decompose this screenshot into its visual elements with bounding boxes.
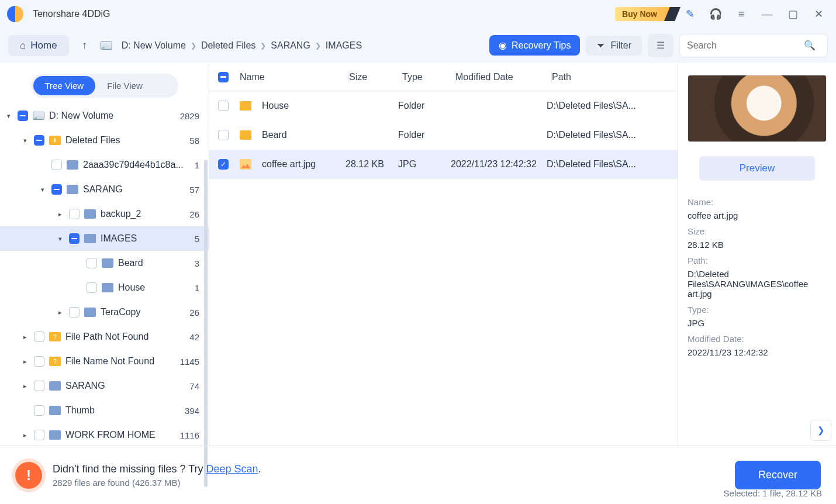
checkbox[interactable] (34, 356, 44, 367)
tree-item[interactable]: ▸File Name Not Found1145 (0, 349, 209, 374)
chevron-icon[interactable]: ▸ (21, 382, 29, 390)
chevron-icon[interactable]: ▸ (21, 358, 29, 365)
tree-item[interactable]: Thumb394 (0, 398, 209, 423)
crumb[interactable]: SARANG (271, 40, 310, 51)
checkbox[interactable] (87, 282, 97, 293)
tree-label: Deleted Files (65, 135, 120, 146)
chevron-icon[interactable]: ▸ (56, 210, 64, 218)
tree-item[interactable]: ▾D: New Volume2829 (0, 103, 209, 128)
pv-date-label: Modified Date: (688, 334, 827, 344)
preview-next-button[interactable]: ❯ (810, 420, 831, 441)
chevron-icon[interactable]: ▾ (21, 137, 29, 144)
checkbox[interactable] (34, 332, 44, 342)
checkbox[interactable] (18, 111, 28, 121)
file-icon (240, 130, 251, 140)
file-checkbox[interactable] (218, 130, 229, 140)
chevron-icon[interactable]: ▸ (56, 309, 64, 316)
tree-count: 1116 (180, 430, 199, 440)
file-row[interactable]: coffee art.jpg28.12 KBJPG2022/11/23 12:4… (209, 150, 678, 179)
checkbox[interactable] (87, 258, 97, 268)
select-all-checkbox[interactable] (218, 72, 229, 82)
search-box[interactable]: 🔍 (679, 34, 828, 57)
folder-icon (67, 185, 78, 194)
crumb[interactable]: Deleted Files (201, 40, 255, 51)
preview-image (688, 75, 827, 142)
folder-icon (49, 136, 61, 145)
search-icon[interactable]: 🔍 (804, 40, 816, 51)
maximize-icon[interactable]: ▢ (782, 5, 803, 23)
home-icon: ⌂ (20, 40, 26, 51)
tree-item[interactable]: ▾Deleted Files58 (0, 128, 209, 153)
home-button[interactable]: ⌂ Home (8, 35, 69, 56)
tree-item[interactable]: ▸SARANG74 (0, 374, 209, 398)
tree-item[interactable]: Beard3 (0, 251, 209, 275)
warning-icon: ! (15, 462, 42, 489)
buy-now-button[interactable]: Buy Now (615, 7, 675, 21)
tree-item[interactable]: ▾IMAGES5 (0, 226, 209, 251)
chevron-icon[interactable]: ▾ (56, 235, 64, 243)
minimize-icon[interactable]: — (756, 5, 778, 23)
file-checkbox[interactable] (218, 101, 229, 111)
checkbox[interactable] (69, 233, 80, 244)
menu-icon[interactable]: ≡ (731, 5, 752, 23)
folder-icon (49, 357, 61, 366)
headset-icon[interactable]: 🎧 (705, 5, 726, 23)
pv-size: 28.12 KB (688, 240, 827, 250)
file-name: House (262, 101, 289, 111)
tree-item[interactable]: ▸TeraCopy26 (0, 300, 209, 325)
crumb[interactable]: D: New Volume (122, 40, 186, 51)
tree-item[interactable]: ▸backup_226 (0, 202, 209, 226)
tree-item[interactable]: 2aaa39c79d4e4b1c8a...1 (0, 153, 209, 177)
tree-label: backup_2 (101, 209, 141, 219)
preview-button[interactable]: Preview (699, 156, 815, 181)
tree-count: 394 (185, 406, 199, 416)
checkbox[interactable] (34, 381, 44, 391)
checkbox[interactable] (34, 135, 44, 146)
tab-file-view[interactable]: File View (95, 76, 154, 95)
view-toggle-button[interactable]: ☰ (648, 34, 673, 57)
view-tabs[interactable]: Tree View File View (31, 74, 178, 98)
col-header-type[interactable]: Type (402, 72, 455, 82)
tree-item[interactable]: ▸WORK FROM HOME1116 (0, 423, 209, 446)
checkbox[interactable] (51, 160, 62, 170)
scrollbar[interactable] (204, 160, 208, 487)
filter-button[interactable]: ⏷ Filter (586, 36, 642, 56)
tab-tree-view[interactable]: Tree View (33, 76, 96, 95)
col-header-name[interactable]: Name (237, 72, 348, 82)
chevron-icon[interactable]: ▸ (21, 431, 29, 439)
checkbox[interactable] (34, 405, 44, 416)
checkbox[interactable] (51, 184, 62, 195)
close-icon[interactable]: ✕ (808, 5, 829, 23)
file-checkbox[interactable] (218, 159, 229, 170)
search-input[interactable] (687, 40, 804, 51)
tree-item[interactable]: ▸File Path Not Found42 (0, 325, 209, 349)
tree-item[interactable]: ▾SARANG57 (0, 177, 209, 202)
chevron-icon[interactable]: ▾ (39, 186, 47, 194)
drive-icon (101, 42, 112, 50)
file-row[interactable]: HouseFolderD:\Deleted Files\SA... (209, 91, 678, 120)
checkbox[interactable] (34, 430, 44, 440)
recovery-tips-button[interactable]: ◉ Recovery Tips (489, 35, 580, 56)
tree-count: 26 (189, 209, 199, 219)
folder-icon (84, 234, 96, 243)
file-type: Folder (398, 101, 451, 111)
file-row[interactable]: BeardFolderD:\Deleted Files\SA... (209, 120, 678, 150)
up-button[interactable]: ↑ (77, 38, 92, 53)
chevron-icon[interactable]: ▸ (21, 333, 29, 341)
tree-item[interactable]: House1 (0, 275, 209, 300)
tree-label: WORK FROM HOME (65, 430, 156, 440)
col-header-date[interactable]: Modified Date (455, 72, 551, 82)
checkbox[interactable] (69, 209, 80, 219)
checkbox[interactable] (69, 307, 80, 317)
tree-label: D: New Volume (49, 111, 113, 121)
file-size: 28.12 KB (346, 159, 398, 170)
col-header-size[interactable]: Size (349, 72, 402, 82)
deep-scan-link[interactable]: Deep Scan (206, 463, 258, 475)
col-header-path[interactable]: Path (552, 72, 651, 82)
chevron-icon[interactable]: ▾ (5, 112, 13, 120)
folder-icon (84, 209, 96, 219)
recover-button[interactable]: Recover (735, 461, 821, 489)
key-icon[interactable]: ✎ (679, 5, 700, 23)
crumb[interactable]: IMAGES (326, 40, 362, 51)
file-path: D:\Deleted Files\SA... (547, 101, 646, 111)
